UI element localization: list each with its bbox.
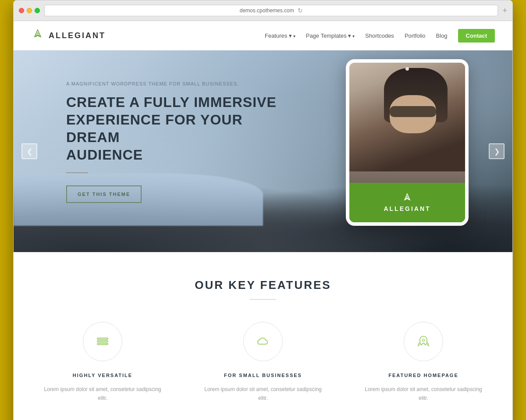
feature-item-homepage: FEATURED HOMEPAGE Lorem ipsum dolor sit … — [362, 322, 485, 403]
minimize-button[interactable] — [27, 8, 32, 13]
cloud-icon — [256, 335, 270, 349]
nav-link-page-templates[interactable]: Page Templates ▾ — [306, 32, 355, 39]
svg-point-7 — [423, 339, 425, 342]
nav-item-blog[interactable]: Blog — [436, 32, 448, 39]
features-title: OUR KEY FEATURES — [31, 278, 495, 292]
nav-item-page-templates[interactable]: Page Templates ▾ — [306, 32, 355, 39]
feature-icon-versatile — [83, 322, 122, 361]
close-button[interactable] — [19, 8, 24, 13]
rocket-icon — [416, 335, 430, 349]
browser-titlebar: demos.cpothemes.com ↻ + — [14, 0, 512, 21]
website-content: ALLEGIANT Features ▾ Page Templates ▾ Sh… — [14, 21, 512, 420]
refresh-icon[interactable]: ↻ — [298, 7, 303, 14]
svg-marker-2 — [405, 194, 410, 200]
tablet-logo-text: ALLEGIANT — [384, 205, 430, 212]
browser-window: demos.cpothemes.com ↻ + ALLEGIANT Featur… — [13, 0, 513, 420]
tablet-camera — [405, 67, 409, 71]
nav-item-portfolio[interactable]: Portfolio — [405, 32, 426, 39]
logo[interactable]: ALLEGIANT — [31, 29, 106, 42]
nav-link-blog[interactable]: Blog — [436, 32, 448, 39]
hero-section: ❮ ❯ A MAGNIFICENT WORDPRESS THEME FOR SM… — [14, 50, 512, 252]
nav-item-contact[interactable]: Contact — [458, 32, 495, 39]
slider-prev-button[interactable]: ❮ — [21, 143, 37, 159]
hero-title-line2: EXPERIENCE FOR YOUR DREAM — [66, 112, 242, 145]
hero-title-line3: AUDIENCE — [66, 147, 143, 163]
chevron-right-icon: ❯ — [494, 147, 500, 156]
nav-link-portfolio[interactable]: Portfolio — [405, 32, 426, 39]
new-tab-button[interactable]: + — [502, 6, 507, 15]
feature-item-versatile: HIGHLY VERSATILE Lorem ipsum dolor sit a… — [41, 322, 164, 403]
feature-icon-homepage — [404, 322, 443, 361]
address-bar[interactable]: demos.cpothemes.com ↻ — [44, 5, 498, 16]
features-section: OUR KEY FEATURES HIGHLY VERSATILE Lorem … — [14, 252, 512, 420]
feature-icon-business — [243, 322, 283, 361]
tablet-logo-icon — [402, 193, 412, 203]
logo-text: ALLEGIANT — [49, 31, 106, 40]
feature-desc-versatile: Lorem ipsum dolor sit amet, consetetur s… — [41, 385, 164, 403]
hero-subtitle: A MAGNIFICENT WORDPRESS THEME FOR SMALL … — [66, 81, 288, 86]
hero-title-line1: CREATE A FULLY IMMERSIVE — [66, 94, 277, 110]
nav-link-features[interactable]: Features ▾ — [265, 32, 295, 39]
feature-desc-homepage: Lorem ipsum dolor sit amet, consetetur s… — [362, 385, 485, 403]
feature-name-homepage: FEATURED HOMEPAGE — [388, 373, 458, 378]
layers-icon — [96, 335, 110, 349]
tablet-mockup: ALLEGIANT — [346, 59, 469, 226]
hero-divider — [66, 172, 88, 173]
feature-desc-business: Lorem ipsum dolor sit amet, consetetur s… — [202, 385, 324, 403]
hero-title: CREATE A FULLY IMMERSIVE EXPERIENCE FOR … — [66, 93, 288, 164]
maximize-button[interactable] — [35, 8, 40, 13]
browser-dots — [19, 8, 40, 13]
nav-menu: Features ▾ Page Templates ▾ Shortcodes P… — [265, 32, 495, 39]
tablet-person-bg — [349, 63, 465, 171]
navigation: ALLEGIANT Features ▾ Page Templates ▾ Sh… — [14, 21, 512, 50]
feature-name-versatile: HIGHLY VERSATILE — [73, 373, 132, 378]
nav-link-contact[interactable]: Contact — [458, 29, 495, 43]
tablet-outer: ALLEGIANT — [346, 59, 469, 226]
hero-cta-button[interactable]: GET THIS THEME — [66, 185, 142, 203]
url-text: demos.cpothemes.com — [240, 7, 294, 14]
feature-item-business: FOR SMALL BUSINESSES Lorem ipsum dolor s… — [202, 322, 324, 403]
hero-content: A MAGNIFICENT WORDPRESS THEME FOR SMALL … — [14, 50, 288, 203]
features-grid: HIGHLY VERSATILE Lorem ipsum dolor sit a… — [31, 322, 495, 403]
features-divider — [250, 299, 276, 300]
tablet-overlay: ALLEGIANT — [349, 183, 465, 222]
logo-icon — [31, 29, 44, 42]
svg-rect-5 — [97, 341, 108, 342]
tablet-screen: ALLEGIANT — [349, 63, 465, 222]
nav-item-shortcodes[interactable]: Shortcodes — [365, 32, 394, 39]
nav-item-features[interactable]: Features ▾ — [265, 32, 295, 39]
tablet-sunglasses — [390, 106, 436, 117]
svg-rect-4 — [97, 343, 108, 345]
slider-next-button[interactable]: ❯ — [489, 143, 505, 159]
nav-link-shortcodes[interactable]: Shortcodes — [365, 32, 394, 39]
feature-name-business: FOR SMALL BUSINESSES — [224, 373, 302, 378]
chevron-left-icon: ❮ — [27, 147, 32, 156]
svg-rect-6 — [97, 338, 108, 339]
